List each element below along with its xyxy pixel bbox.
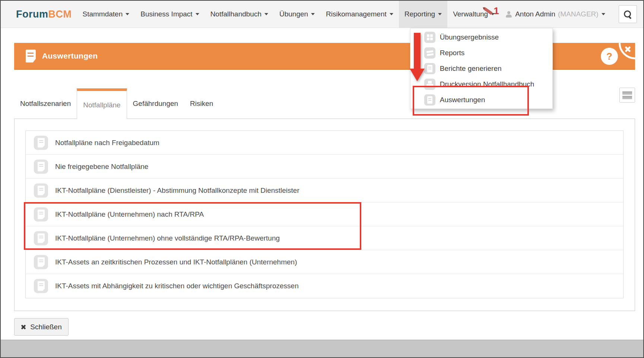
nav-item-label: Übungen: [279, 10, 308, 18]
report-list-item[interactable]: IKT-Notfallpläne (Unternehmen) ohne voll…: [26, 226, 623, 250]
chevron-down-icon: [602, 13, 605, 15]
report-document-icon: [34, 160, 48, 174]
report-document-icon: [34, 279, 48, 293]
search-icon: [624, 10, 632, 19]
close-panel-button[interactable]: [614, 43, 635, 64]
user-role: (MANAGER): [558, 10, 599, 18]
user-avatar-icon: [506, 11, 512, 18]
chevron-down-icon: [311, 13, 315, 15]
list-view-toggle-button[interactable]: [619, 88, 635, 103]
nav-item-label: Risikomanagement: [326, 10, 387, 18]
tab-notfallszenarien[interactable]: Notfallszenarien: [14, 88, 77, 119]
report-category-tabs: Notfallszenarien Notfallpläne Gefährdung…: [14, 88, 219, 119]
report-list-item[interactable]: IKT-Notfallpläne (Unternehmen) nach RTA/…: [26, 202, 623, 226]
report-list-item[interactable]: IKT-Assets mit Abhängigkeit zu kritische…: [26, 274, 623, 298]
close-icon: [21, 324, 26, 330]
schliessen-button-label: Schließen: [30, 323, 62, 331]
menu-item-berichte-generieren[interactable]: Berichte generieren: [410, 61, 552, 76]
user-name: Anton Admin: [515, 10, 555, 18]
nav-item-uebungen[interactable]: Übungen: [274, 1, 320, 28]
report-item-label: IKT-Notfallpläne (Unternehmen) nach RTA/…: [55, 210, 204, 219]
nav-item-notfallhandbuch[interactable]: Notfallhandbuch: [205, 1, 274, 28]
tab-content-panel: Notfallpläne nach Freigabedatum Nie frei…: [14, 119, 635, 311]
window-bottom-strip: [1, 340, 643, 357]
report-document-icon: [34, 207, 48, 222]
nav-item-verwaltung[interactable]: Verwaltung 1: [447, 1, 500, 28]
chevron-down-icon: [126, 13, 129, 15]
top-navbar: ForumBCM Stammdaten Business Impact Notf…: [1, 1, 643, 28]
schliessen-button[interactable]: Schließen: [14, 318, 69, 336]
chevron-down-icon: [491, 13, 495, 15]
tab-gefaehrdungen[interactable]: Gefährdungen: [127, 88, 184, 119]
nav-item-business-impact[interactable]: Business Impact: [135, 1, 204, 28]
app-window: ForumBCM Stammdaten Business Impact Notf…: [0, 0, 644, 358]
report-list-item[interactable]: Notfallpläne nach Freigabedatum: [26, 131, 623, 155]
close-icon: [624, 46, 631, 53]
row-bar-icon: [622, 91, 632, 95]
row-bar-icon: [622, 96, 632, 99]
reporting-dropdown-menu: Übungsergebnisse Reports Berichte generi…: [410, 28, 553, 109]
report-list: Notfallpläne nach Freigabedatum Nie frei…: [25, 131, 624, 298]
brand-part-forum: Forum: [16, 9, 48, 20]
brand-part-bcm: BCM: [48, 9, 72, 20]
brand-logo[interactable]: ForumBCM: [1, 1, 77, 28]
report-list-item[interactable]: IKT-Assets an zeitkritischen Prozessen u…: [26, 250, 623, 274]
menu-item-label: Druckversion Notfallhandbuch: [440, 80, 534, 88]
report-item-label: IKT-Notfallpläne (Unternehmen) ohne voll…: [55, 234, 280, 242]
search-button[interactable]: [619, 5, 637, 23]
evaluations-icon: [424, 94, 435, 106]
help-glyph: ?: [606, 51, 612, 62]
report-item-label: IKT-Notfallpläne (Dienstleister) - Absti…: [55, 186, 299, 195]
tab-label: Notfallpläne: [83, 101, 120, 109]
nav-item-label: Reporting: [405, 10, 435, 18]
report-item-label: Notfallpläne nach Freigabedatum: [55, 139, 159, 147]
menu-item-reports[interactable]: Reports: [410, 45, 552, 61]
menu-item-uebungsergebnisse[interactable]: Übungsergebnisse: [410, 29, 552, 45]
menu-item-druckversion-notfallhandbuch[interactable]: Druckversion Notfallhandbuch: [410, 76, 552, 92]
report-document-icon: [34, 255, 48, 269]
nav-item-reporting[interactable]: Reporting Übungsergebnisse Reports Beric…: [399, 1, 447, 28]
chevron-down-icon: [390, 13, 393, 15]
reports-stack-icon: [424, 47, 435, 59]
nav-item-label: Verwaltung: [453, 10, 488, 18]
tab-label: Risiken: [190, 100, 213, 108]
report-item-label: IKT-Assets mit Abhängigkeit zu kritische…: [55, 282, 299, 290]
report-item-label: IKT-Assets an zeitkritischen Prozessen u…: [55, 258, 297, 266]
nav-item-label: Business Impact: [140, 10, 192, 18]
chevron-down-icon: [264, 13, 268, 15]
user-menu[interactable]: Anton Admin (MANAGER): [500, 1, 610, 28]
menu-item-label: Übungsergebnisse: [440, 33, 499, 41]
menu-item-label: Reports: [440, 49, 465, 57]
page-title: Auswertungen: [42, 51, 98, 60]
generate-report-icon: [424, 63, 435, 74]
print-version-icon: [424, 79, 435, 90]
report-document-icon: [26, 50, 36, 63]
nav-item-label: Stammdaten: [83, 10, 123, 18]
report-document-icon: [34, 183, 48, 198]
menu-item-label: Berichte generieren: [440, 65, 502, 73]
tab-label: Notfallszenarien: [20, 100, 71, 108]
tab-risiken[interactable]: Risiken: [184, 88, 219, 119]
report-document-icon: [34, 231, 48, 245]
nav-item-risikomanagement[interactable]: Risikomanagement: [320, 1, 399, 28]
chevron-down-icon: [438, 13, 442, 15]
exercise-results-icon: [424, 32, 435, 43]
report-list-item[interactable]: IKT-Notfallpläne (Dienstleister) - Absti…: [26, 179, 623, 202]
report-document-icon: [34, 136, 48, 150]
menu-item-label: Auswertungen: [440, 96, 485, 104]
report-list-item[interactable]: Nie freigegebene Notfallpläne: [26, 155, 623, 179]
tab-notfallplaene[interactable]: Notfallpläne: [77, 88, 127, 119]
nav-item-stammdaten[interactable]: Stammdaten: [77, 1, 135, 28]
report-item-label: Nie freigegebene Notfallpläne: [55, 163, 148, 171]
chevron-down-icon: [196, 13, 199, 15]
tab-label: Gefährdungen: [133, 100, 178, 108]
nav-item-label: Notfallhandbuch: [210, 10, 261, 18]
menu-item-auswertungen[interactable]: Auswertungen: [410, 92, 552, 108]
